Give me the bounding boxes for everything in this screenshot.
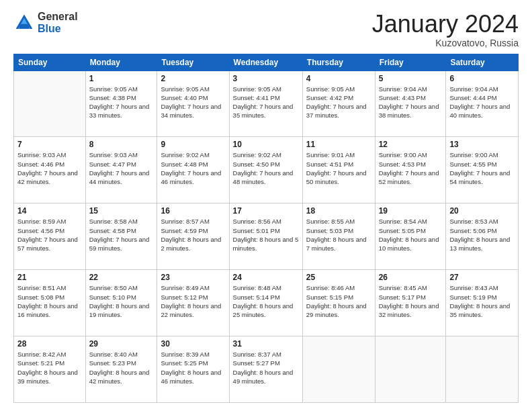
day-cell: 19 Sunrise: 8:54 AMSunset: 5:05 PMDaylig… — [375, 203, 446, 270]
day-cell: 9 Sunrise: 9:02 AMSunset: 4:48 PMDayligh… — [157, 137, 229, 203]
day-info: Sunrise: 9:00 AMSunset: 4:53 PMDaylight:… — [379, 151, 439, 185]
day-info: Sunrise: 9:05 AMSunset: 4:40 PMDaylight:… — [161, 85, 221, 120]
day-number: 12 — [379, 140, 443, 149]
day-info: Sunrise: 9:03 AMSunset: 4:46 PMDaylight:… — [17, 151, 78, 185]
day-cell: 16 Sunrise: 8:57 AMSunset: 4:59 PMDaylig… — [157, 203, 229, 270]
svg-rect-2 — [19, 24, 29, 28]
day-cell: 7 Sunrise: 9:03 AMSunset: 4:46 PMDayligh… — [14, 137, 86, 203]
day-cell: 22 Sunrise: 8:50 AMSunset: 5:10 PMDaylig… — [85, 270, 157, 336]
day-cell: 25 Sunrise: 8:46 AMSunset: 5:15 PMDaylig… — [302, 270, 375, 336]
day-info: Sunrise: 8:46 AMSunset: 5:15 PMDaylight:… — [306, 284, 367, 318]
day-info: Sunrise: 8:57 AMSunset: 4:59 PMDaylight:… — [161, 218, 221, 252]
day-info: Sunrise: 9:03 AMSunset: 4:47 PMDaylight:… — [89, 151, 150, 185]
day-cell: 21 Sunrise: 8:51 AMSunset: 5:08 PMDaylig… — [14, 270, 86, 336]
day-number: 17 — [233, 206, 299, 216]
day-info: Sunrise: 8:39 AMSunset: 5:25 PMDaylight:… — [161, 351, 221, 385]
day-info: Sunrise: 9:05 AMSunset: 4:38 PMDaylight:… — [89, 85, 150, 120]
day-cell: 10 Sunrise: 9:02 AMSunset: 4:50 PMDaylig… — [229, 137, 302, 203]
day-info: Sunrise: 9:02 AMSunset: 4:50 PMDaylight:… — [233, 151, 294, 185]
day-info: Sunrise: 8:56 AMSunset: 5:01 PMDaylight:… — [233, 218, 299, 252]
day-cell: 15 Sunrise: 8:58 AMSunset: 4:58 PMDaylig… — [85, 203, 157, 270]
day-info: Sunrise: 8:43 AMSunset: 5:19 PMDaylight:… — [449, 284, 510, 318]
day-number: 21 — [17, 273, 82, 282]
day-cell: 31 Sunrise: 8:37 AMSunset: 5:27 PMDaylig… — [229, 336, 302, 403]
day-info: Sunrise: 8:45 AMSunset: 5:17 PMDaylight:… — [379, 284, 439, 318]
day-number: 9 — [161, 140, 225, 149]
day-number: 28 — [17, 339, 82, 349]
day-info: Sunrise: 8:50 AMSunset: 5:10 PMDaylight:… — [89, 284, 150, 318]
header-row: Sunday Monday Tuesday Wednesday Thursday… — [14, 54, 519, 71]
day-number: 13 — [449, 140, 515, 149]
day-info: Sunrise: 8:37 AMSunset: 5:27 PMDaylight:… — [233, 351, 294, 385]
day-cell: 28 Sunrise: 8:42 AMSunset: 5:21 PMDaylig… — [14, 336, 86, 403]
day-cell: 14 Sunrise: 8:59 AMSunset: 4:56 PMDaylig… — [14, 203, 86, 270]
day-cell — [446, 336, 519, 403]
week-row-2: 14 Sunrise: 8:59 AMSunset: 4:56 PMDaylig… — [14, 203, 519, 270]
day-number: 27 — [449, 273, 515, 282]
day-info: Sunrise: 9:02 AMSunset: 4:48 PMDaylight:… — [161, 151, 221, 185]
header-saturday: Saturday — [446, 54, 519, 71]
day-number: 5 — [379, 74, 443, 83]
day-number: 15 — [89, 206, 154, 216]
calendar: Sunday Monday Tuesday Wednesday Thursday… — [13, 54, 519, 403]
day-cell: 12 Sunrise: 9:00 AMSunset: 4:53 PMDaylig… — [375, 137, 446, 203]
header-thursday: Thursday — [302, 54, 375, 71]
day-info: Sunrise: 9:01 AMSunset: 4:51 PMDaylight:… — [306, 151, 367, 185]
day-number: 24 — [233, 273, 299, 282]
day-info: Sunrise: 9:05 AMSunset: 4:41 PMDaylight:… — [233, 85, 294, 120]
day-info: Sunrise: 8:59 AMSunset: 4:56 PMDaylight:… — [17, 218, 78, 252]
logo-text: General Blue — [38, 11, 78, 34]
day-number: 8 — [89, 140, 154, 149]
page: General Blue January 2024 Kuzovatovo, Ru… — [0, 0, 532, 411]
calendar-table: Sunday Monday Tuesday Wednesday Thursday… — [13, 54, 519, 403]
day-cell: 26 Sunrise: 8:45 AMSunset: 5:17 PMDaylig… — [375, 270, 446, 336]
day-cell: 24 Sunrise: 8:48 AMSunset: 5:14 PMDaylig… — [229, 270, 302, 336]
day-number: 30 — [161, 339, 225, 349]
month-title: January 2024 — [372, 11, 519, 38]
day-cell: 20 Sunrise: 8:53 AMSunset: 5:06 PMDaylig… — [446, 203, 519, 270]
day-info: Sunrise: 8:55 AMSunset: 5:03 PMDaylight:… — [306, 218, 367, 252]
day-number: 18 — [306, 206, 371, 216]
day-cell — [302, 336, 375, 403]
day-number: 20 — [449, 206, 515, 216]
day-cell: 11 Sunrise: 9:01 AMSunset: 4:51 PMDaylig… — [302, 137, 375, 203]
week-row-4: 28 Sunrise: 8:42 AMSunset: 5:21 PMDaylig… — [14, 336, 519, 403]
day-cell: 30 Sunrise: 8:39 AMSunset: 5:25 PMDaylig… — [157, 336, 229, 403]
day-info: Sunrise: 8:48 AMSunset: 5:14 PMDaylight:… — [233, 284, 294, 318]
week-row-0: 1 Sunrise: 9:05 AMSunset: 4:38 PMDayligh… — [14, 71, 519, 137]
day-cell: 3 Sunrise: 9:05 AMSunset: 4:41 PMDayligh… — [229, 71, 302, 137]
day-cell — [375, 336, 446, 403]
day-number: 7 — [17, 140, 82, 149]
day-info: Sunrise: 8:53 AMSunset: 5:06 PMDaylight:… — [449, 218, 510, 252]
day-cell: 17 Sunrise: 8:56 AMSunset: 5:01 PMDaylig… — [229, 203, 302, 270]
day-cell: 6 Sunrise: 9:04 AMSunset: 4:44 PMDayligh… — [446, 71, 519, 137]
day-info: Sunrise: 8:40 AMSunset: 5:23 PMDaylight:… — [89, 351, 150, 385]
day-cell — [14, 71, 86, 137]
day-info: Sunrise: 9:00 AMSunset: 4:55 PMDaylight:… — [449, 151, 510, 185]
day-number: 2 — [161, 74, 225, 83]
location: Kuzovatovo, Russia — [372, 38, 519, 48]
day-info: Sunrise: 8:54 AMSunset: 5:05 PMDaylight:… — [379, 218, 439, 252]
logo-icon — [13, 12, 35, 34]
day-number: 6 — [449, 74, 515, 83]
day-number: 14 — [17, 206, 82, 216]
day-cell: 18 Sunrise: 8:55 AMSunset: 5:03 PMDaylig… — [302, 203, 375, 270]
day-number: 23 — [161, 273, 225, 282]
day-cell: 4 Sunrise: 9:05 AMSunset: 4:42 PMDayligh… — [302, 71, 375, 137]
day-cell: 5 Sunrise: 9:04 AMSunset: 4:43 PMDayligh… — [375, 71, 446, 137]
day-number: 26 — [379, 273, 443, 282]
day-info: Sunrise: 8:49 AMSunset: 5:12 PMDaylight:… — [161, 284, 221, 318]
day-cell: 29 Sunrise: 8:40 AMSunset: 5:23 PMDaylig… — [85, 336, 157, 403]
day-number: 29 — [89, 339, 154, 349]
day-cell: 13 Sunrise: 9:00 AMSunset: 4:55 PMDaylig… — [446, 137, 519, 203]
day-number: 10 — [233, 140, 299, 149]
day-number: 25 — [306, 273, 371, 282]
header-wednesday: Wednesday — [229, 54, 302, 71]
logo: General Blue — [13, 11, 78, 34]
day-number: 4 — [306, 74, 371, 83]
day-cell: 27 Sunrise: 8:43 AMSunset: 5:19 PMDaylig… — [446, 270, 519, 336]
day-cell: 8 Sunrise: 9:03 AMSunset: 4:47 PMDayligh… — [85, 137, 157, 203]
day-cell: 1 Sunrise: 9:05 AMSunset: 4:38 PMDayligh… — [85, 71, 157, 137]
header-monday: Monday — [85, 54, 157, 71]
day-number: 31 — [233, 339, 299, 349]
